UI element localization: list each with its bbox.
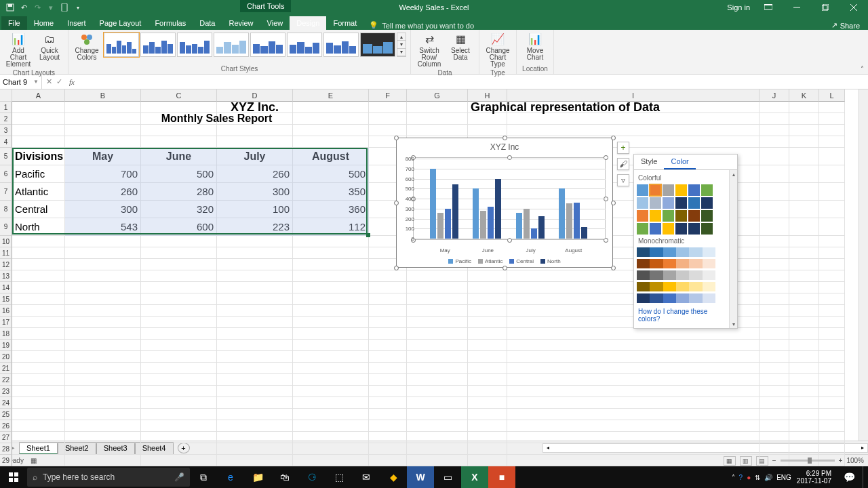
cell[interactable] xyxy=(217,455,293,466)
worksheet[interactable]: ABCDEFGHIJKL 123456789101112131415161718… xyxy=(0,89,868,441)
cell[interactable] xyxy=(293,397,369,409)
cell[interactable] xyxy=(468,351,507,363)
cell[interactable] xyxy=(760,293,789,305)
cell[interactable] xyxy=(468,409,507,420)
cell[interactable]: 700 xyxy=(65,165,141,183)
column-header[interactable]: K xyxy=(789,89,819,102)
cell[interactable] xyxy=(789,340,819,351)
cell[interactable] xyxy=(507,340,760,351)
cell[interactable] xyxy=(760,113,789,125)
cell[interactable] xyxy=(65,270,141,282)
cell[interactable] xyxy=(789,328,819,340)
vertical-scrollbar[interactable] xyxy=(859,89,868,441)
cell[interactable]: North xyxy=(12,218,65,236)
cell[interactable] xyxy=(65,340,141,351)
cell[interactable] xyxy=(369,102,407,113)
cell[interactable]: 500 xyxy=(141,165,217,183)
cell[interactable] xyxy=(141,340,217,351)
cell[interactable] xyxy=(369,270,407,282)
cell[interactable] xyxy=(141,136,217,148)
cell[interactable] xyxy=(760,409,789,420)
cell[interactable] xyxy=(789,259,819,270)
cell[interactable] xyxy=(760,218,789,236)
cell[interactable] xyxy=(760,201,789,218)
cell[interactable] xyxy=(407,363,468,374)
taskbar-app-word[interactable]: W xyxy=(407,466,434,488)
color-swatch[interactable] xyxy=(663,184,674,196)
cell[interactable] xyxy=(507,374,760,386)
column-header[interactable]: G xyxy=(407,89,468,102)
cell[interactable] xyxy=(369,282,407,293)
cell[interactable] xyxy=(789,432,819,443)
cell[interactable] xyxy=(468,363,507,374)
cell[interactable] xyxy=(819,282,845,293)
chart-object[interactable]: XYZ Inc0100200300400500600700800MayJuneJ… xyxy=(396,138,613,268)
tell-me-search[interactable]: 💡 Tell me what you want to do xyxy=(369,21,474,30)
taskbar-app-gdrive[interactable]: ◆ xyxy=(380,466,407,488)
cell[interactable] xyxy=(789,443,819,455)
cell[interactable] xyxy=(65,247,141,259)
cell[interactable] xyxy=(407,102,468,113)
cell[interactable] xyxy=(507,397,760,409)
undo-icon[interactable]: ↶ xyxy=(19,3,28,12)
cell[interactable] xyxy=(407,374,468,386)
cell[interactable] xyxy=(12,409,65,420)
tab-formulas[interactable]: Formulas xyxy=(148,16,193,30)
cell[interactable] xyxy=(65,236,141,247)
mic-icon[interactable]: 🎤 xyxy=(174,472,184,482)
column-header[interactable]: A xyxy=(12,89,65,102)
row-header[interactable]: 4 xyxy=(0,136,12,148)
cell[interactable] xyxy=(293,125,369,136)
cell[interactable] xyxy=(407,443,468,455)
cell[interactable] xyxy=(217,270,293,282)
cell[interactable] xyxy=(468,125,507,136)
touch-mode-icon[interactable] xyxy=(60,3,69,12)
cell[interactable] xyxy=(819,259,845,270)
share-button[interactable]: ↗ Share xyxy=(831,21,868,30)
cell[interactable] xyxy=(819,113,845,125)
color-swatch[interactable] xyxy=(663,223,674,235)
cell[interactable] xyxy=(12,270,65,282)
cell[interactable] xyxy=(407,432,468,443)
cell[interactable] xyxy=(789,317,819,328)
cell[interactable] xyxy=(789,386,819,397)
cell[interactable] xyxy=(217,351,293,363)
cell[interactable] xyxy=(819,397,845,409)
mono-color-swatch[interactable] xyxy=(637,259,715,268)
cell[interactable] xyxy=(65,443,141,455)
cell[interactable] xyxy=(141,443,217,455)
cell[interactable] xyxy=(141,247,217,259)
cell[interactable]: 280 xyxy=(141,183,217,201)
chevron-down-icon[interactable]: ▼ xyxy=(33,79,39,85)
color-swatch[interactable] xyxy=(688,223,700,235)
cell[interactable] xyxy=(293,409,369,420)
column-header[interactable]: L xyxy=(819,89,845,102)
cell[interactable] xyxy=(12,125,65,136)
cell[interactable]: 260 xyxy=(217,165,293,183)
add-chart-element-button[interactable]: 📊 Add Chart Element xyxy=(4,31,33,69)
cell[interactable] xyxy=(141,236,217,247)
chart-title[interactable]: XYZ Inc xyxy=(397,141,612,153)
cell[interactable]: June xyxy=(141,148,217,165)
cell[interactable]: 543 xyxy=(65,218,141,236)
chart-style-2[interactable] xyxy=(140,33,176,57)
cell[interactable] xyxy=(760,374,789,386)
cell[interactable] xyxy=(12,113,65,125)
cell[interactable]: 500 xyxy=(293,165,369,183)
cell[interactable] xyxy=(468,293,507,305)
cell[interactable] xyxy=(12,136,65,148)
column-header[interactable]: J xyxy=(760,89,789,102)
cell[interactable] xyxy=(369,305,407,317)
cell[interactable] xyxy=(760,270,789,282)
tab-data[interactable]: Data xyxy=(193,16,222,30)
save-icon[interactable] xyxy=(5,3,15,12)
cell[interactable] xyxy=(507,328,760,340)
cell[interactable] xyxy=(293,293,369,305)
cell[interactable] xyxy=(507,432,760,443)
cell[interactable] xyxy=(819,236,845,247)
row-header[interactable]: 12 xyxy=(0,259,12,270)
chart-bar[interactable] xyxy=(559,188,565,239)
cell[interactable] xyxy=(760,148,789,165)
color-swatch[interactable] xyxy=(688,184,700,196)
cell[interactable] xyxy=(468,113,507,125)
